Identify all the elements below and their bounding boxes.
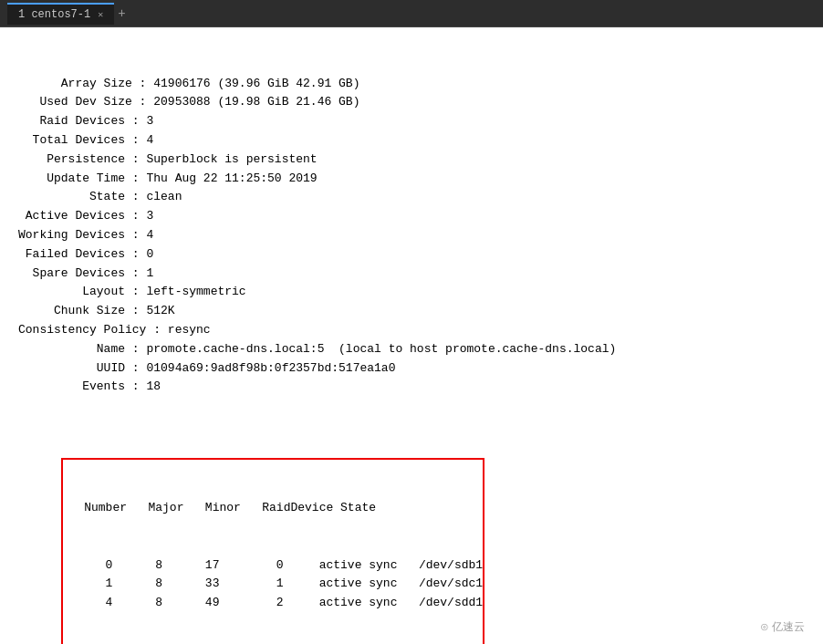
tab-label: 1 centos7-1 bbox=[18, 8, 90, 21]
info-line: Raid Devices : 3 bbox=[18, 112, 805, 131]
info-line: Chunk Size : 512K bbox=[18, 302, 805, 321]
info-line: Working Devices : 4 bbox=[18, 226, 805, 245]
tab-close-button[interactable]: ✕ bbox=[98, 9, 103, 20]
info-line: Used Dev Size : 20953088 (19.98 GiB 21.4… bbox=[18, 93, 805, 112]
info-line: Failed Devices : 0 bbox=[18, 245, 805, 265]
info-line: State : clean bbox=[18, 188, 805, 207]
table-rows: 0 8 17 0 active sync /dev/sdb1 1 8 33 1 … bbox=[63, 556, 483, 613]
info-line: Update Time : Thu Aug 22 11:25:50 2019 bbox=[18, 170, 805, 189]
table-row: 0 8 17 0 active sync /dev/sdb1 bbox=[63, 556, 483, 576]
info-line: Persistence : Superblock is persistent bbox=[18, 151, 805, 170]
info-line: Name : promote.cache-dns.local:5 (local … bbox=[18, 340, 805, 359]
table-section: Number Major Minor RaidDevice State 0 8 … bbox=[18, 439, 805, 644]
table-row: 1 8 33 1 active sync /dev/sdc1 bbox=[63, 575, 483, 594]
table-row: 4 8 49 2 active sync /dev/sdd1 bbox=[63, 594, 483, 613]
info-line: Total Devices : 4 bbox=[18, 131, 805, 151]
info-line: Active Devices : 3 bbox=[18, 207, 805, 226]
info-line: Array Size : 41906176 (39.96 GiB 42.91 G… bbox=[18, 75, 805, 94]
terminal-tab[interactable]: 1 centos7-1 ✕ bbox=[7, 3, 114, 25]
terminal-window: Array Size : 41906176 (39.96 GiB 42.91 G… bbox=[0, 27, 823, 644]
active-devices-table: Number Major Minor RaidDevice State 0 8 … bbox=[61, 458, 484, 644]
terminal-content: Array Size : 41906176 (39.96 GiB 42.91 G… bbox=[18, 36, 805, 644]
tab-add-button[interactable]: + bbox=[118, 6, 125, 21]
info-line: Layout : left-symmetric bbox=[18, 283, 805, 302]
info-lines: Array Size : 41906176 (39.96 GiB 42.91 G… bbox=[18, 75, 805, 398]
info-line: Spare Devices : 1 bbox=[18, 265, 805, 284]
info-line: Consistency Policy : resync bbox=[18, 321, 805, 340]
title-bar: 1 centos7-1 ✕ + bbox=[0, 0, 823, 27]
watermark-logo: ⊙ 亿速云 bbox=[760, 619, 805, 635]
info-line: Events : 18 bbox=[18, 378, 805, 397]
table-header: Number Major Minor RaidDevice State bbox=[63, 499, 483, 518]
info-line: UUID : 01094a69:9ad8f98b:0f2357bd:517ea1… bbox=[18, 359, 805, 379]
